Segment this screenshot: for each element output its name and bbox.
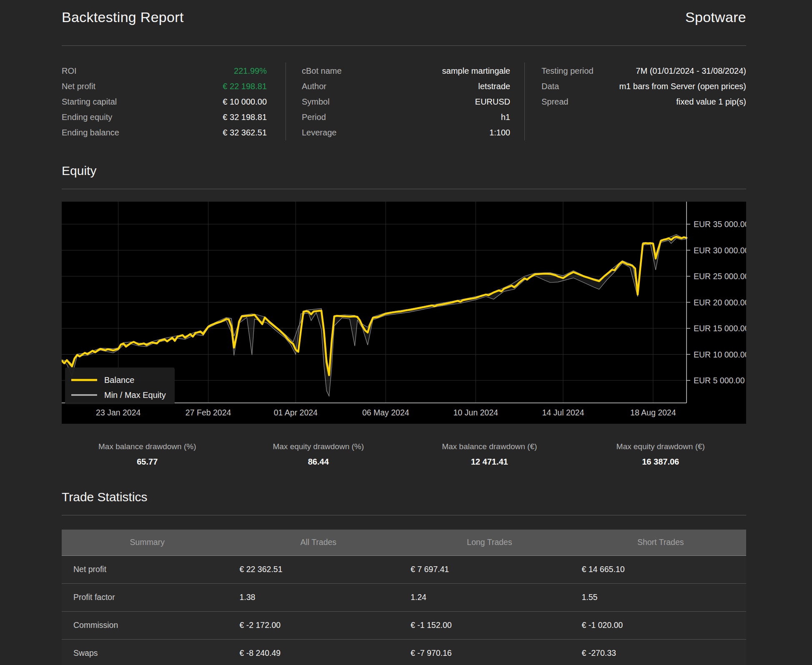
stat-spread: Spread fixed value 1 pip(s) [541, 94, 746, 110]
x-axis-label: 27 Feb 2024 [185, 408, 231, 417]
y-axis-label: EUR 10 000.00 [694, 350, 746, 359]
x-axis-label: 23 Jan 2024 [96, 408, 141, 417]
cell-value: € -1 020.00 [575, 611, 747, 639]
summary-testing-column: Testing period 7M (01/01/2024 - 31/08/20… [524, 62, 746, 140]
stat-data-source: Data m1 bars from Server (open prices) [541, 79, 746, 94]
cell-value: € -270.33 [575, 639, 747, 665]
cell-value: € 14 665.10 [575, 555, 747, 583]
stat-label: Starting capital [62, 97, 117, 107]
x-axis-label: 14 Jul 2024 [542, 408, 584, 417]
drawdown-label: Max balance drawdown (%) [62, 442, 233, 451]
stat-value: € 22 198.81 [223, 82, 267, 91]
stat-label: Testing period [541, 66, 594, 76]
x-axis-label: 06 May 2024 [362, 408, 409, 417]
stat-value: € 32 362.51 [223, 128, 267, 138]
stat-roi: ROI 221.99% [62, 63, 267, 79]
stat-value: EURUSD [475, 97, 510, 107]
x-axis-label: 18 Aug 2024 [630, 408, 676, 417]
stat-value: letstrade [478, 82, 510, 91]
y-axis-label: EUR 35 000.00 [694, 220, 746, 229]
spotware-logo: Spotware [685, 9, 746, 25]
stat-value: 1:100 [489, 128, 510, 138]
stat-value: m1 bars from Server (open prices) [619, 82, 746, 91]
stat-leverage: Leverage 1:100 [302, 125, 510, 140]
legend-label-min-max-equity: Min / Max Equity [104, 390, 166, 400]
stat-label: Author [302, 82, 326, 91]
table-row-net-profit: Net profit € 22 362.51 € 7 697.41 € 14 6… [62, 555, 746, 583]
equity-chart: EUR 35 000.00EUR 30 000.00EUR 25 000.00E… [62, 202, 746, 424]
summary-performance-column: ROI 221.99% Net profit € 22 198.81 Start… [62, 62, 286, 140]
summary-bot-column: cBot name sample martingale Author letst… [286, 62, 524, 140]
trade-statistics-section: Trade Statistics Summary All Trades Long… [62, 490, 746, 665]
stat-value: 7M (01/01/2024 - 31/08/2024) [636, 66, 746, 76]
stat-value: sample martingale [442, 66, 510, 76]
column-header-long-trades: Long Trades [404, 530, 575, 555]
stat-label: Data [541, 82, 559, 91]
summary-section: ROI 221.99% Net profit € 22 198.81 Start… [62, 62, 746, 140]
stat-ending-balance: Ending balance € 32 362.51 [62, 125, 267, 140]
cell-value: € -1 152.00 [404, 611, 575, 639]
cell-value: € -8 240.49 [233, 639, 404, 665]
drawdown-value: 16 387.06 [575, 457, 747, 467]
row-label: Net profit [62, 555, 233, 583]
stat-label: Symbol [302, 97, 330, 107]
stat-symbol: Symbol EURUSD [302, 94, 510, 110]
stat-label: Period [302, 112, 326, 122]
drawdown-value: 65.77 [62, 457, 233, 467]
column-header-short-trades: Short Trades [575, 530, 747, 555]
row-label: Commission [62, 611, 233, 639]
stat-label: Spread [541, 97, 569, 107]
stat-cbot-name: cBot name sample martingale [302, 63, 510, 79]
x-axis-label: 01 Apr 2024 [274, 408, 318, 417]
equity-chart-svg: EUR 35 000.00EUR 30 000.00EUR 25 000.00E… [62, 202, 746, 424]
stat-label: cBot name [302, 66, 342, 76]
divider [62, 189, 746, 189]
y-axis-label: EUR 15 000.00 [694, 324, 746, 333]
trade-statistics-table: Summary All Trades Long Trades Short Tra… [62, 530, 746, 665]
max-balance-drawdown-pct: Max balance drawdown (%) 65.77 [62, 442, 233, 467]
legend-label-balance: Balance [104, 375, 134, 385]
backtesting-report-page: Backtesting Report Spotware ROI 221.99% … [0, 0, 812, 665]
stat-value: 221.99% [234, 66, 267, 76]
stat-value: fixed value 1 pip(s) [676, 97, 746, 107]
row-label: Swaps [62, 639, 233, 665]
cell-value: € -2 172.00 [233, 611, 404, 639]
x-axis-label: 10 Jun 2024 [453, 408, 498, 417]
report-header: Backtesting Report Spotware [62, 0, 746, 46]
stat-ending-equity: Ending equity € 32 198.81 [62, 110, 267, 125]
trade-statistics-heading: Trade Statistics [62, 490, 746, 504]
y-axis-label: EUR 25 000.00 [694, 272, 746, 281]
stat-value: h1 [501, 112, 510, 122]
cell-value: 1.24 [404, 583, 575, 611]
max-equity-drawdown-pct: Max equity drawdown (%) 86.44 [233, 442, 404, 467]
stat-value: € 32 198.81 [223, 112, 267, 122]
cell-value: 1.38 [233, 583, 404, 611]
divider [62, 515, 746, 515]
drawdown-stats: Max balance drawdown (%) 65.77 Max equit… [62, 442, 746, 467]
drawdown-label: Max balance drawdown (€) [404, 442, 575, 451]
drawdown-value: 12 471.41 [404, 457, 575, 467]
stat-value: € 10 000.00 [223, 97, 267, 107]
stat-net-profit: Net profit € 22 198.81 [62, 79, 267, 94]
y-axis-label: EUR 20 000.00 [694, 298, 746, 307]
equity-section: Equity EUR 35 000.00EUR 30 000.00EUR 25 … [62, 164, 746, 467]
table-row-commission: Commission € -2 172.00 € -1 152.00 € -1 … [62, 611, 746, 639]
y-axis-label: EUR 30 000.00 [694, 246, 746, 255]
table-row-swaps: Swaps € -8 240.49 € -7 970.16 € -270.33 [62, 639, 746, 665]
table-header: Summary All Trades Long Trades Short Tra… [62, 530, 746, 555]
table-row-profit-factor: Profit factor 1.38 1.24 1.55 [62, 583, 746, 611]
page-title: Backtesting Report [62, 9, 184, 25]
cell-value: € -7 970.16 [404, 639, 575, 665]
stat-period: Period h1 [302, 110, 510, 125]
stat-label: Leverage [302, 128, 336, 138]
equity-heading: Equity [62, 164, 746, 178]
stat-label: Ending balance [62, 128, 119, 138]
max-balance-drawdown-eur: Max balance drawdown (€) 12 471.41 [404, 442, 575, 467]
table-header-row: Summary All Trades Long Trades Short Tra… [62, 530, 746, 555]
max-equity-drawdown-eur: Max equity drawdown (€) 16 387.06 [575, 442, 747, 467]
column-header-all-trades: All Trades [233, 530, 404, 555]
cell-value: € 7 697.41 [404, 555, 575, 583]
stat-label: ROI [62, 66, 77, 76]
stat-label: Ending equity [62, 112, 112, 122]
chart-legend: BalanceMin / Max Equity [65, 368, 175, 404]
